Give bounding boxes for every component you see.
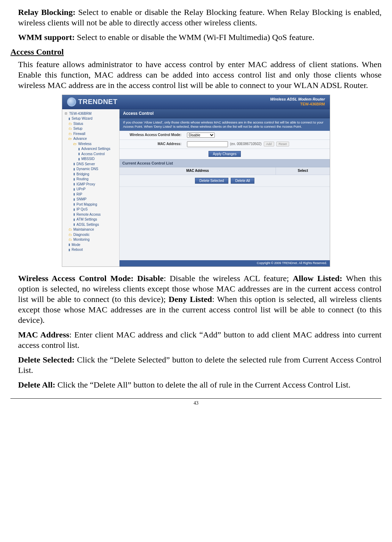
nav-snmp[interactable]: ▮SNMP <box>64 197 119 202</box>
mode-deny-label: Deny Listed <box>169 295 212 304</box>
brand-swirl-icon <box>67 97 76 106</box>
nav-firewall[interactable]: 🗀Firewall <box>64 131 119 137</box>
nav-root[interactable]: ⊟TEW-436BRM <box>64 111 119 117</box>
apply-changes-button[interactable]: Apply Changes <box>209 151 241 157</box>
nav-ip-qos[interactable]: ▮IP QoS <box>64 207 119 212</box>
nav-rip[interactable]: ▮RIP <box>64 192 119 197</box>
mode-label: Wireless Access Control Mode: <box>120 131 184 140</box>
folder-icon: 🗀 <box>68 132 72 136</box>
page-icon: ▮ <box>73 223 75 226</box>
mode-select[interactable]: Disable <box>187 133 215 138</box>
nav-routing[interactable]: ▮Routing <box>64 177 119 182</box>
delete-selected-para: Delete Selected: Click the “Delete Selec… <box>18 354 382 375</box>
product-line: Wireless ADSL Modem Router <box>270 97 325 101</box>
wmm-label: WMM support: <box>18 33 75 42</box>
nav-setup[interactable]: 🗀Setup <box>64 126 119 131</box>
delete-selected-label: Delete Selected: <box>18 355 75 364</box>
nav-advance[interactable]: 🗁Advance <box>64 136 119 142</box>
nav-upnp[interactable]: ▮UPnP <box>64 187 119 192</box>
nav-reboot[interactable]: ▮Reboot <box>64 247 119 253</box>
nav-remote-access[interactable]: ▮Remote Access <box>64 212 119 217</box>
mode-disable-text: : Disable the wireless ACL feature; <box>164 274 293 283</box>
page-icon: ▮ <box>78 157 80 161</box>
folder-icon: 🗀 <box>68 238 72 242</box>
wmm-para: WMM support: Select to enable or disable… <box>18 32 382 42</box>
delete-selected-button[interactable]: Delete Selected <box>195 178 229 184</box>
page-icon: ▮ <box>73 192 75 196</box>
page-icon: ▮ <box>73 213 75 216</box>
nav-access-control[interactable]: ▮Access Control <box>64 152 119 157</box>
folder-icon: 🗀 <box>68 228 72 232</box>
col-select-header: Select <box>276 167 330 175</box>
nav-bridging[interactable]: ▮Bridging <box>64 172 119 177</box>
mac-address-label: MAC Address <box>18 330 69 339</box>
mac-label: MAC Address: <box>120 140 184 149</box>
wmm-text: Select to enable or disable the WMM (Wi-… <box>75 33 314 42</box>
acl-table-header: MAC Address Select <box>120 167 330 175</box>
mac-input[interactable] <box>187 141 228 147</box>
copyright-bar: Copyright © 2009 TRENDnet. All Rights Re… <box>120 260 330 266</box>
router-header: TRENDNET Wireless ADSL Modem Router TEW-… <box>62 95 330 109</box>
nav-port-mapping[interactable]: ▮Port Mapping <box>64 202 119 207</box>
folder-open-icon: 🗁 <box>68 137 72 141</box>
model-number: TEW-436BRM <box>270 102 325 107</box>
nav-maintainance[interactable]: 🗀Maintainance <box>64 227 119 232</box>
nav-mbssid[interactable]: ▮MBSSID <box>64 157 119 162</box>
mode-row: Wireless Access Control Mode: Disable <box>120 131 330 140</box>
page-icon: ▮ <box>73 182 75 186</box>
page-number: 43 <box>194 400 198 406</box>
info-bar: If you choose 'Allow Listed', only those… <box>120 118 330 131</box>
col-mac-header: MAC Address <box>120 167 276 175</box>
mac-row: MAC Address: (ex. 00E086710502) Add Rese… <box>120 140 330 149</box>
main-content: Access Control If you choose 'Allow List… <box>120 109 330 266</box>
nav-setup-wizard[interactable]: ▮Setup Wizard <box>64 116 119 121</box>
page-icon: ▮ <box>73 202 75 206</box>
nav-atm-settings[interactable]: ▮ATM Settings <box>64 217 119 222</box>
delete-all-button[interactable]: Delete All <box>231 178 254 184</box>
mac-address-text: : Enter client MAC address and click “Ad… <box>18 330 382 350</box>
page-icon: ▮ <box>68 117 70 121</box>
reset-button[interactable]: Reset <box>276 142 289 146</box>
nav-monitoring[interactable]: 🗀Monitoring <box>64 237 119 242</box>
mac-example: (ex. 00E086710502) <box>230 142 262 146</box>
delete-all-para: Delete All: Click the “Delete All” butto… <box>18 380 382 390</box>
delete-all-label: Delete All: <box>18 380 55 389</box>
page-icon: ▮ <box>78 147 80 151</box>
acl-section-title: Current Access Control List <box>120 159 330 168</box>
relay-blocking-label: Relay Blocking: <box>18 8 75 17</box>
page-icon: ▮ <box>73 208 75 212</box>
brand-logo: TRENDNET <box>67 97 117 106</box>
page-icon: ▮ <box>73 172 75 176</box>
page-icon: ▮ <box>68 243 70 247</box>
nav-mode[interactable]: ▮Mode <box>64 242 119 248</box>
access-control-heading: Access Control <box>10 47 382 57</box>
page-footer: 43 <box>10 398 382 406</box>
add-button[interactable]: Add <box>264 142 274 146</box>
relay-blocking-para: Relay Blocking: Select to enable or disa… <box>18 7 382 28</box>
page-icon: ▮ <box>73 177 75 181</box>
nav-sidebar: ⊟TEW-436BRM ▮Setup Wizard 🗀Status 🗀Setup… <box>62 109 120 266</box>
nav-diagnostic[interactable]: 🗀Diagnostic <box>64 232 119 238</box>
router-panel-wrapper: TRENDNET Wireless ADSL Modem Router TEW-… <box>10 95 382 267</box>
page-icon: ▮ <box>73 167 75 171</box>
nav-status[interactable]: 🗀Status <box>64 121 119 127</box>
access-control-intro: This feature allows administrator to hav… <box>18 59 382 90</box>
page-icon: ▮ <box>73 198 75 201</box>
page-icon: ▮ <box>68 248 70 252</box>
collapse-icon: ⊟ <box>64 112 68 115</box>
nav-wireless[interactable]: 🗁Wireless <box>64 142 119 147</box>
delete-all-text: Click the “Delete All” button to delete … <box>55 380 350 389</box>
nav-root-label: TEW-436BRM <box>69 112 91 116</box>
page-icon: ▮ <box>73 188 75 191</box>
page-icon: ▮ <box>73 162 75 166</box>
folder-icon: 🗀 <box>68 233 72 237</box>
mode-disable-label: Wireless Access Control Mode: Disable <box>18 274 164 283</box>
nav-adsl-settings[interactable]: ▮ADSL Settings <box>64 222 119 228</box>
nav-igmp-proxy[interactable]: ▮IGMP Proxy <box>64 182 119 187</box>
nav-dns-server[interactable]: ▮DNS Server <box>64 162 119 167</box>
apply-row: Apply Changes <box>120 149 330 159</box>
page-icon: ▮ <box>73 218 75 222</box>
nav-dynamic-dns[interactable]: ▮Dynamic DNS <box>64 167 119 172</box>
nav-advanced-settings[interactable]: ▮Advanced Settings <box>64 146 119 152</box>
delete-row: Delete Selected Delete All <box>120 175 330 187</box>
